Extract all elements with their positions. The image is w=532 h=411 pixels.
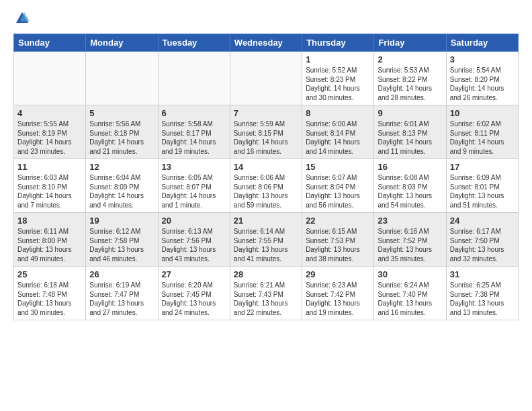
day-info: Sunrise: 6:13 AMSunset: 7:56 PMDaylight:… bbox=[162, 227, 226, 263]
calendar-day-cell bbox=[86, 52, 158, 105]
day-info: Sunrise: 6:00 AMSunset: 8:14 PMDaylight:… bbox=[306, 120, 370, 156]
day-number: 21 bbox=[234, 216, 298, 226]
calendar-day-cell: 17Sunrise: 6:09 AMSunset: 8:01 PMDayligh… bbox=[446, 159, 518, 213]
day-number: 4 bbox=[17, 108, 82, 118]
day-number: 30 bbox=[378, 269, 442, 279]
day-info: Sunrise: 6:01 AMSunset: 8:13 PMDaylight:… bbox=[378, 120, 442, 156]
page-header bbox=[13, 11, 519, 26]
day-info: Sunrise: 6:12 AMSunset: 7:58 PMDaylight:… bbox=[89, 227, 154, 263]
day-info: Sunrise: 5:56 AMSunset: 8:18 PMDaylight:… bbox=[89, 120, 154, 156]
day-info: Sunrise: 5:54 AMSunset: 8:20 PMDaylight:… bbox=[450, 66, 515, 102]
day-info: Sunrise: 6:14 AMSunset: 7:55 PMDaylight:… bbox=[234, 227, 298, 263]
day-number: 15 bbox=[306, 162, 370, 172]
day-number: 17 bbox=[450, 162, 515, 172]
day-info: Sunrise: 6:16 AMSunset: 7:52 PMDaylight:… bbox=[378, 227, 442, 263]
day-info: Sunrise: 6:07 AMSunset: 8:04 PMDaylight:… bbox=[306, 173, 370, 210]
calendar-day-cell: 30Sunrise: 6:24 AMSunset: 7:40 PMDayligh… bbox=[374, 267, 446, 320]
calendar-day-cell: 14Sunrise: 6:06 AMSunset: 8:06 PMDayligh… bbox=[230, 159, 302, 213]
day-number: 6 bbox=[162, 108, 226, 118]
day-number: 10 bbox=[450, 108, 515, 118]
calendar-day-cell: 1Sunrise: 5:52 AMSunset: 8:23 PMDaylight… bbox=[302, 52, 374, 105]
day-number: 28 bbox=[234, 269, 298, 279]
calendar-day-cell: 12Sunrise: 6:04 AMSunset: 8:09 PMDayligh… bbox=[86, 159, 158, 213]
calendar-week-row: 18Sunrise: 6:11 AMSunset: 8:00 PMDayligh… bbox=[14, 213, 519, 267]
day-info: Sunrise: 5:53 AMSunset: 8:22 PMDaylight:… bbox=[378, 66, 442, 102]
calendar-day-cell: 29Sunrise: 6:23 AMSunset: 7:42 PMDayligh… bbox=[302, 267, 374, 320]
day-number: 24 bbox=[450, 216, 515, 226]
day-info: Sunrise: 6:08 AMSunset: 8:03 PMDaylight:… bbox=[378, 173, 442, 210]
calendar-day-cell: 20Sunrise: 6:13 AMSunset: 7:56 PMDayligh… bbox=[158, 213, 230, 267]
calendar-day-cell: 22Sunrise: 6:15 AMSunset: 7:53 PMDayligh… bbox=[302, 213, 374, 267]
weekday-header-monday: Monday bbox=[86, 34, 158, 52]
day-info: Sunrise: 6:15 AMSunset: 7:53 PMDaylight:… bbox=[306, 227, 370, 263]
weekday-header-saturday: Saturday bbox=[446, 34, 518, 52]
day-number: 8 bbox=[306, 108, 370, 118]
calendar-day-cell bbox=[230, 52, 302, 105]
day-info: Sunrise: 6:03 AMSunset: 8:10 PMDaylight:… bbox=[17, 173, 82, 210]
day-number: 7 bbox=[234, 108, 298, 118]
day-number: 25 bbox=[17, 269, 82, 279]
calendar-day-cell: 24Sunrise: 6:17 AMSunset: 7:50 PMDayligh… bbox=[446, 213, 518, 267]
logo-icon bbox=[15, 11, 30, 26]
calendar-day-cell: 9Sunrise: 6:01 AMSunset: 8:13 PMDaylight… bbox=[374, 105, 446, 159]
calendar-day-cell: 6Sunrise: 5:58 AMSunset: 8:17 PMDaylight… bbox=[158, 105, 230, 159]
day-info: Sunrise: 6:11 AMSunset: 8:00 PMDaylight:… bbox=[17, 227, 82, 263]
calendar-week-row: 25Sunrise: 6:18 AMSunset: 7:48 PMDayligh… bbox=[14, 267, 519, 320]
calendar-day-cell: 27Sunrise: 6:20 AMSunset: 7:45 PMDayligh… bbox=[158, 267, 230, 320]
day-info: Sunrise: 6:09 AMSunset: 8:01 PMDaylight:… bbox=[450, 173, 515, 210]
calendar-table: SundayMondayTuesdayWednesdayThursdayFrid… bbox=[13, 34, 519, 320]
day-info: Sunrise: 5:59 AMSunset: 8:15 PMDaylight:… bbox=[234, 120, 298, 156]
day-number: 12 bbox=[89, 162, 154, 172]
day-number: 2 bbox=[378, 54, 442, 64]
day-number: 29 bbox=[306, 269, 370, 279]
weekday-header-row: SundayMondayTuesdayWednesdayThursdayFrid… bbox=[14, 34, 519, 52]
day-info: Sunrise: 5:58 AMSunset: 8:17 PMDaylight:… bbox=[162, 120, 226, 156]
calendar-day-cell: 28Sunrise: 6:21 AMSunset: 7:43 PMDayligh… bbox=[230, 267, 302, 320]
logo bbox=[13, 11, 30, 26]
calendar-day-cell: 7Sunrise: 5:59 AMSunset: 8:15 PMDaylight… bbox=[230, 105, 302, 159]
day-info: Sunrise: 5:52 AMSunset: 8:23 PMDaylight:… bbox=[306, 66, 370, 102]
calendar-day-cell bbox=[14, 52, 86, 105]
day-number: 3 bbox=[450, 54, 515, 64]
calendar-week-row: 1Sunrise: 5:52 AMSunset: 8:23 PMDaylight… bbox=[14, 52, 519, 105]
day-info: Sunrise: 6:20 AMSunset: 7:45 PMDaylight:… bbox=[162, 281, 226, 317]
calendar-week-row: 4Sunrise: 5:55 AMSunset: 8:19 PMDaylight… bbox=[14, 105, 519, 159]
day-info: Sunrise: 6:24 AMSunset: 7:40 PMDaylight:… bbox=[378, 281, 442, 317]
calendar-day-cell: 11Sunrise: 6:03 AMSunset: 8:10 PMDayligh… bbox=[14, 159, 86, 213]
calendar-day-cell: 19Sunrise: 6:12 AMSunset: 7:58 PMDayligh… bbox=[86, 213, 158, 267]
day-number: 16 bbox=[378, 162, 442, 172]
calendar-day-cell: 26Sunrise: 6:19 AMSunset: 7:47 PMDayligh… bbox=[86, 267, 158, 320]
day-info: Sunrise: 6:23 AMSunset: 7:42 PMDaylight:… bbox=[306, 281, 370, 317]
day-number: 14 bbox=[234, 162, 298, 172]
day-number: 9 bbox=[378, 108, 442, 118]
day-number: 19 bbox=[89, 216, 154, 226]
weekday-header-thursday: Thursday bbox=[302, 34, 374, 52]
day-info: Sunrise: 6:25 AMSunset: 7:38 PMDaylight:… bbox=[450, 281, 515, 317]
calendar-week-row: 11Sunrise: 6:03 AMSunset: 8:10 PMDayligh… bbox=[14, 159, 519, 213]
calendar-day-cell: 21Sunrise: 6:14 AMSunset: 7:55 PMDayligh… bbox=[230, 213, 302, 267]
calendar-day-cell: 15Sunrise: 6:07 AMSunset: 8:04 PMDayligh… bbox=[302, 159, 374, 213]
weekday-header-friday: Friday bbox=[374, 34, 446, 52]
calendar-day-cell: 10Sunrise: 6:02 AMSunset: 8:11 PMDayligh… bbox=[446, 105, 518, 159]
day-info: Sunrise: 6:17 AMSunset: 7:50 PMDaylight:… bbox=[450, 227, 515, 263]
calendar-day-cell bbox=[158, 52, 230, 105]
day-info: Sunrise: 6:21 AMSunset: 7:43 PMDaylight:… bbox=[234, 281, 298, 317]
day-number: 20 bbox=[162, 216, 226, 226]
day-number: 5 bbox=[89, 108, 154, 118]
day-number: 23 bbox=[378, 216, 442, 226]
day-number: 11 bbox=[17, 162, 82, 172]
calendar-day-cell: 23Sunrise: 6:16 AMSunset: 7:52 PMDayligh… bbox=[374, 213, 446, 267]
day-number: 18 bbox=[17, 216, 82, 226]
day-info: Sunrise: 6:06 AMSunset: 8:06 PMDaylight:… bbox=[234, 173, 298, 210]
calendar-day-cell: 31Sunrise: 6:25 AMSunset: 7:38 PMDayligh… bbox=[446, 267, 518, 320]
calendar-day-cell: 16Sunrise: 6:08 AMSunset: 8:03 PMDayligh… bbox=[374, 159, 446, 213]
weekday-header-sunday: Sunday bbox=[14, 34, 86, 52]
day-number: 22 bbox=[306, 216, 370, 226]
day-info: Sunrise: 6:19 AMSunset: 7:47 PMDaylight:… bbox=[89, 281, 154, 317]
day-info: Sunrise: 6:05 AMSunset: 8:07 PMDaylight:… bbox=[162, 173, 226, 210]
calendar-day-cell: 4Sunrise: 5:55 AMSunset: 8:19 PMDaylight… bbox=[14, 105, 86, 159]
calendar-day-cell: 2Sunrise: 5:53 AMSunset: 8:22 PMDaylight… bbox=[374, 52, 446, 105]
day-number: 31 bbox=[450, 269, 515, 279]
day-info: Sunrise: 5:55 AMSunset: 8:19 PMDaylight:… bbox=[17, 120, 82, 156]
calendar-day-cell: 8Sunrise: 6:00 AMSunset: 8:14 PMDaylight… bbox=[302, 105, 374, 159]
